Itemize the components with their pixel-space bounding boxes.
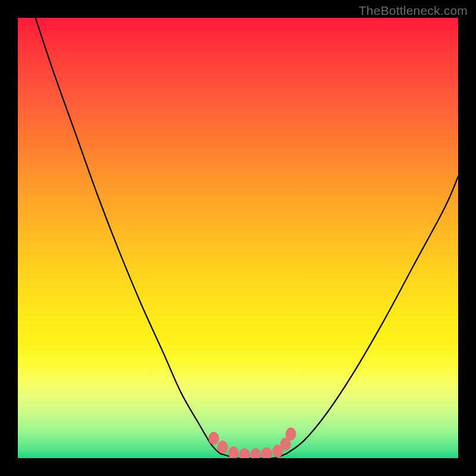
- curve-right-arm: [286, 176, 458, 453]
- bead-marker: [240, 449, 250, 458]
- trough-beads: [209, 428, 296, 458]
- curve-left-arm: [36, 18, 221, 454]
- bead-marker: [209, 432, 219, 444]
- bead-marker: [218, 441, 228, 453]
- plot-area: [18, 18, 458, 458]
- chart-frame: TheBottleneck.com: [0, 0, 476, 476]
- bead-marker: [262, 447, 272, 458]
- bead-marker: [250, 449, 261, 458]
- bead-marker: [286, 428, 296, 440]
- bottleneck-curve-svg: [18, 18, 458, 458]
- bead-marker: [228, 447, 239, 458]
- watermark-text: TheBottleneck.com: [359, 4, 468, 18]
